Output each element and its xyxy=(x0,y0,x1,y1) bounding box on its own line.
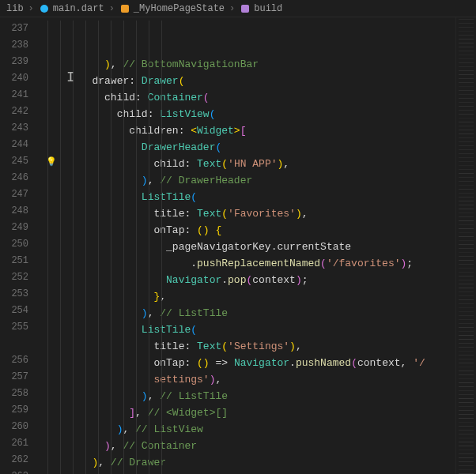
minimap-line xyxy=(459,216,474,217)
minimap-line xyxy=(459,319,474,320)
minimap-line xyxy=(459,43,474,43)
line-number: 257 xyxy=(0,369,43,386)
line-number: 261 xyxy=(0,435,43,452)
dart-file-icon xyxy=(39,3,50,14)
minimap-line xyxy=(459,378,474,379)
minimap-line xyxy=(459,27,474,28)
minimap-line xyxy=(459,303,474,304)
token xyxy=(43,390,142,402)
minimap-line xyxy=(459,264,474,265)
token: , xyxy=(215,374,221,386)
minimap-line xyxy=(459,374,474,375)
code-line[interactable]: ), // ListView xyxy=(43,421,455,438)
token: // BottomNavigationBar xyxy=(123,58,259,70)
code-line[interactable]: children: <Widget>[ xyxy=(43,122,455,139)
token: pushReplacementNamed xyxy=(197,258,320,269)
token: ; xyxy=(302,274,308,286)
minimap-line xyxy=(459,386,474,387)
code-line[interactable]: Navigator.pop(context); xyxy=(43,272,455,288)
token: , xyxy=(302,208,308,220)
minimap-line xyxy=(459,240,474,241)
minimap-line xyxy=(459,252,474,253)
code-line[interactable]: ListTile( xyxy=(43,189,455,205)
code-line[interactable]: title: Text('Favorites'), xyxy=(43,205,455,222)
token xyxy=(43,58,104,70)
code-line[interactable]: onTap: () => Navigator.pushNamed(context… xyxy=(43,355,455,371)
token: // ListView xyxy=(135,423,203,435)
minimap-line xyxy=(459,189,474,190)
code-line[interactable]: ], // <Widget>[] xyxy=(43,404,455,421)
token: ) xyxy=(296,274,302,286)
code-line[interactable]: _pageNavigatorKey.currentState xyxy=(43,239,455,255)
token: title: xyxy=(153,208,197,220)
minimap-line xyxy=(459,422,474,423)
code-line[interactable]: onTap: () { xyxy=(43,222,455,239)
code-line[interactable]: child: Text('HN APP'), xyxy=(43,156,455,172)
token: currentState xyxy=(277,241,351,253)
code-line[interactable]: ), // DrawerHeader xyxy=(43,172,455,189)
code-area[interactable]: I ), // BottomNavigationBar drawer: Draw… xyxy=(43,17,455,474)
code-line[interactable]: child: ListView( xyxy=(43,106,455,122)
token: // ListTile xyxy=(160,307,228,319)
code-line[interactable]: settings'), xyxy=(43,371,455,388)
code-line[interactable]: title: Text('Settings'), xyxy=(43,338,455,355)
token: Widget xyxy=(197,125,234,137)
minimap-line xyxy=(459,236,474,237)
token: Container xyxy=(148,92,203,103)
minimap-line xyxy=(459,469,474,470)
minimap-line xyxy=(459,161,474,162)
line-number: 262 xyxy=(0,452,43,468)
minimap-line xyxy=(459,461,474,462)
line-number: 244 xyxy=(0,137,43,153)
code-line[interactable]: child: Container( xyxy=(43,89,455,106)
minimap-line xyxy=(459,55,474,55)
minimap-line xyxy=(459,450,474,450)
breadcrumb-item[interactable]: _MyHomePageState xyxy=(134,3,225,14)
minimap-line xyxy=(459,220,474,221)
code-line[interactable]: drawer: Drawer( xyxy=(43,73,455,89)
minimap-line xyxy=(459,47,474,47)
code-line[interactable]: ), // ListTile xyxy=(43,388,455,404)
token: pushNamed xyxy=(296,357,351,369)
code-line[interactable]: ), // ListTile xyxy=(43,305,455,322)
breadcrumb-item[interactable]: main.dart xyxy=(53,3,104,14)
code-line[interactable]: ), // BottomNavigationBar xyxy=(43,56,455,73)
line-number: 256 xyxy=(0,352,43,369)
minimap-line xyxy=(459,446,474,446)
minimap-line xyxy=(459,276,474,276)
token xyxy=(43,324,142,336)
token: ( xyxy=(351,357,357,369)
code-line[interactable]: }, xyxy=(43,288,455,305)
code-line[interactable]: ), // Container xyxy=(43,438,455,454)
token: , xyxy=(135,407,148,419)
minimap-line xyxy=(459,197,474,198)
minimap-line xyxy=(459,256,474,257)
breadcrumb-item[interactable]: lib xyxy=(6,3,24,14)
token: ; xyxy=(406,258,413,269)
line-number-gutter[interactable]: 237238239240241242243244245💡246247248249… xyxy=(0,17,43,474)
minimap[interactable] xyxy=(455,17,476,474)
minimap-line xyxy=(459,398,474,399)
token: '/favorites' xyxy=(327,258,401,269)
minimap-line xyxy=(459,66,474,67)
token: title: xyxy=(153,340,197,352)
minimap-line xyxy=(459,453,474,454)
breadcrumb[interactable]: lib › main.dart › _MyHomePageState › bui… xyxy=(0,0,476,17)
minimap-line xyxy=(459,98,474,99)
line-number: 246 xyxy=(0,170,43,186)
minimap-line xyxy=(459,169,474,170)
minimap-line xyxy=(459,335,474,336)
line-number: 249 xyxy=(0,220,43,236)
code-line[interactable]: ), // Drawer xyxy=(43,454,455,471)
minimap-line xyxy=(459,74,474,75)
code-line[interactable]: .pushReplacementNamed('/favorites'); xyxy=(43,255,455,272)
code-line[interactable]: ListTile( xyxy=(43,322,455,338)
breadcrumb-item[interactable]: build xyxy=(254,3,282,14)
minimap-line xyxy=(459,82,474,83)
code-line[interactable]: DrawerHeader( xyxy=(43,139,455,156)
minimap-line xyxy=(459,177,474,178)
indent-guide xyxy=(149,21,149,474)
code-line[interactable]: ); // Scaffold xyxy=(43,471,455,474)
token: ( xyxy=(191,324,197,336)
minimap-line xyxy=(459,19,474,20)
